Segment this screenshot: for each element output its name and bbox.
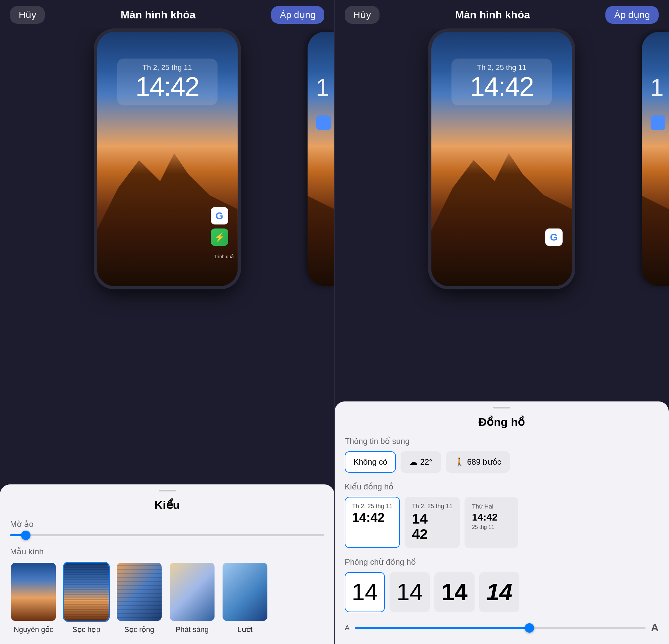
left-phone-bg: Th 2, 25 thg 11 14:42 G ⚡ Trình quả — [97, 32, 238, 286]
info-options-row: Không có ☁ 22° 🚶 689 bước — [345, 451, 659, 473]
cloud-icon: ☁ — [409, 457, 417, 467]
left-apply-button[interactable]: Áp dụng — [271, 6, 324, 24]
font-box-4[interactable]: 14 — [479, 572, 519, 612]
left-sheet-title: Kiểu — [10, 498, 324, 512]
size-slider-row: A A — [345, 621, 659, 634]
right-phone-date: Th 2, 25 thg 11 — [465, 63, 539, 72]
right-bottom-sheet: Đồng hồ Thông tin bổ sung Không có ☁ 22°… — [334, 401, 669, 644]
right-partial-bg — [642, 32, 669, 286]
thumb-img-soc-hep — [63, 562, 110, 622]
thumb-bg-nguyen-goc — [11, 563, 56, 621]
left-title: Màn hình khóa — [120, 9, 196, 21]
clock-style-2[interactable]: Th 2, 25 thg 11 14 42 — [404, 497, 460, 548]
font-num-2: 14 — [397, 579, 423, 605]
glass-thumbnails-row: Nguyên gốc Sọc hẹp Sọc rộng — [10, 562, 324, 634]
google-icon: G — [211, 207, 228, 225]
size-slider-track[interactable] — [355, 627, 645, 629]
left-app-icons: G ⚡ — [211, 207, 228, 246]
blur-slider-thumb[interactable] — [21, 531, 30, 540]
right-cancel-button[interactable]: Hủy — [345, 6, 380, 24]
steps-value: 689 bước — [467, 457, 501, 467]
thumb-luot[interactable]: Lướt — [222, 562, 268, 634]
blur-label: Mờ ảo — [10, 519, 324, 529]
font-num-3: 14 — [441, 579, 468, 605]
left-phone-area: Th 2, 25 thg 11 14:42 G ⚡ Trình quả 1 — [0, 28, 334, 484]
cs2-time: 14 42 — [412, 511, 453, 542]
thumb-label-luot: Lướt — [237, 625, 252, 634]
cs2-date: Th 2, 25 thg 11 — [412, 503, 453, 510]
clock-styles-row: Th 2, 25 thg 11 14:42 Th 2, 25 thg 11 14… — [345, 497, 659, 548]
option-khong-co[interactable]: Không có — [345, 451, 396, 473]
font-box-3[interactable]: 14 — [435, 572, 474, 612]
font-styles-row: 14 14 14 14 — [345, 572, 659, 612]
font-box-2[interactable]: 14 — [389, 572, 430, 612]
right-phone-time: 14:42 — [465, 73, 539, 100]
right-phone-bg: Th 2, 25 thg 11 14:42 G — [431, 32, 572, 286]
clock-style-3[interactable]: Thứ Hai 14:42 25 thg 11 — [465, 497, 518, 548]
font-num-4: 14 — [486, 579, 512, 605]
thumb-img-nguyen-goc — [10, 562, 57, 622]
thumb-bg-soc-rong — [117, 563, 162, 621]
right-partial-phone — [642, 32, 669, 286]
font-box-1[interactable]: 14 — [345, 572, 385, 612]
size-label-large: A — [651, 621, 659, 634]
left-cancel-button[interactable]: Hủy — [10, 6, 45, 24]
right-top-bar: Hủy Màn hình khóa Áp dụng — [334, 0, 669, 28]
font-section-label: Phông chữ đồng hồ — [345, 557, 659, 567]
thumb-bg-soc-hep — [64, 563, 109, 621]
size-slider-fill — [355, 627, 529, 629]
cs3-day: Thứ Hai — [472, 503, 511, 510]
right-phone-mockup: Th 2, 25 thg 11 14:42 G — [431, 32, 572, 286]
thumb-label-soc-rong: Sọc rộng — [124, 625, 154, 634]
left-phone-time: 14:42 — [130, 73, 204, 100]
left-partial-time: 1 — [316, 74, 329, 101]
right-clock-widget: Th 2, 25 thg 11 14:42 — [452, 59, 552, 105]
size-slider-thumb[interactable] — [525, 623, 534, 633]
glass-label: Mẫu kính — [10, 547, 324, 556]
cs3-time: 14:42 — [472, 512, 511, 523]
right-app-icons: G — [545, 229, 563, 246]
blur-slider-row — [10, 534, 324, 536]
thumb-soc-rong[interactable]: Sọc rộng — [116, 562, 163, 634]
left-phone-date: Th 2, 25 thg 11 — [130, 63, 204, 72]
cs2-time-top: 14 — [412, 511, 428, 527]
thumb-img-luot — [222, 562, 268, 622]
cs1-date: Th 2, 25 thg 11 — [352, 503, 393, 510]
right-sheet-title: Đồng hồ — [345, 415, 659, 429]
left-partial-phone — [308, 32, 334, 286]
blur-slider-track[interactable] — [10, 534, 324, 536]
thumb-bg-luot — [223, 563, 267, 621]
thumb-nguyen-goc[interactable]: Nguyên gốc — [10, 562, 57, 634]
right-apply-button[interactable]: Áp dụng — [606, 6, 659, 24]
left-partial-bg — [308, 32, 334, 286]
right-google-icon: G — [545, 229, 563, 246]
left-clock-widget: Th 2, 25 thg 11 14:42 — [117, 59, 217, 105]
left-phone-mockup: Th 2, 25 thg 11 14:42 G ⚡ Trình quả — [97, 32, 238, 286]
thumb-label-phat-sang: Phát sáng — [175, 625, 209, 634]
left-trinhqua-text: Trình quả — [214, 254, 234, 259]
thumb-label-nguyen-goc: Nguyên gốc — [14, 625, 53, 634]
left-panel: Hủy Màn hình khóa Áp dụng Th 2, 25 thg 1… — [0, 0, 334, 644]
walk-icon: 🚶 — [455, 457, 465, 467]
left-partial-blue-icon — [316, 115, 331, 130]
clock-style-1[interactable]: Th 2, 25 thg 11 14:42 — [345, 497, 400, 548]
lightning-icon: ⚡ — [211, 229, 228, 246]
font-num-1: 14 — [352, 579, 378, 605]
thumb-img-phat-sang — [169, 562, 215, 622]
size-label-small: A — [345, 624, 350, 632]
cs3-sub: 25 thg 11 — [472, 524, 511, 530]
info-section-label: Thông tin bổ sung — [345, 437, 659, 446]
thumb-bg-phat-sang — [170, 563, 214, 621]
thumb-soc-hep[interactable]: Sọc hẹp — [63, 562, 110, 634]
left-bottom-sheet: Kiểu Mờ ảo Mẫu kính Nguyên gốc — [0, 484, 334, 644]
right-partial-time: 1 — [650, 74, 664, 101]
option-weather[interactable]: ☁ 22° — [401, 451, 441, 473]
cs1-time: 14:42 — [352, 511, 393, 524]
weather-value: 22° — [420, 457, 432, 467]
cs2-time-bot: 42 — [412, 526, 428, 542]
thumb-img-soc-rong — [116, 562, 163, 622]
left-sheet-handle — [159, 490, 176, 491]
thumb-phat-sang[interactable]: Phát sáng — [169, 562, 215, 634]
option-steps[interactable]: 🚶 689 bước — [446, 451, 510, 473]
right-title: Màn hình khóa — [455, 9, 530, 21]
